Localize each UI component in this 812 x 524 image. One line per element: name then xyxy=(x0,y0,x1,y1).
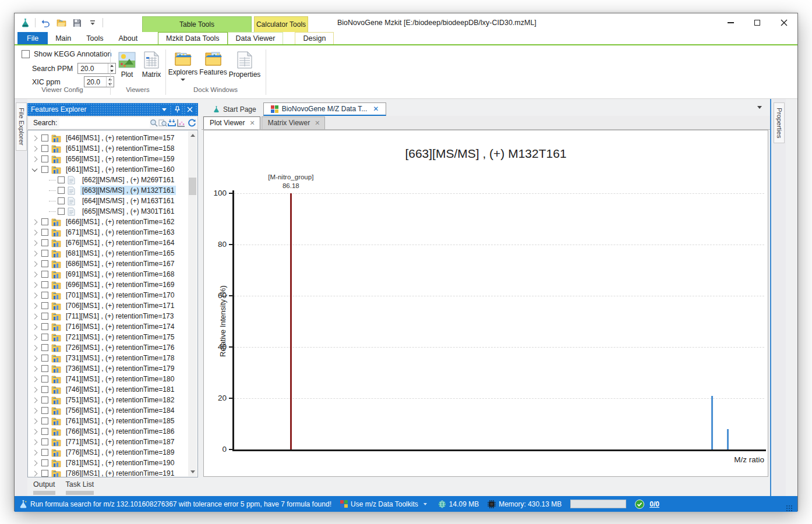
tree-row-checkbox[interactable] xyxy=(58,208,65,215)
expand-chevron-icon[interactable] xyxy=(32,345,38,350)
expand-chevron-icon[interactable] xyxy=(32,429,38,434)
expand-chevron-icon[interactable] xyxy=(32,240,38,246)
expand-chevron-icon[interactable] xyxy=(32,366,38,371)
output-tab[interactable]: Output xyxy=(33,480,55,495)
ribbon-tab[interactable]: Tools xyxy=(79,32,111,44)
tree-row[interactable]: [731][MS1] , (+) retentionTime=178 xyxy=(28,353,197,363)
tree-row-checkbox[interactable] xyxy=(41,396,48,403)
tree-row-checkbox[interactable] xyxy=(41,365,48,372)
toolkits-dropdown[interactable]: Use m/z Data Toolkits xyxy=(351,500,418,508)
expand-chevron-icon[interactable] xyxy=(32,261,38,267)
tree-row-checkbox[interactable] xyxy=(41,271,48,278)
tree-row[interactable]: [761][MS1] , (+) retentionTime=185 xyxy=(28,416,197,426)
expand-chevron-icon[interactable] xyxy=(32,408,38,413)
tree-row[interactable]: [665][MS/MS] , (+) M301T161 xyxy=(28,206,197,217)
tree-row[interactable]: [746][MS1] , (+) retentionTime=181 xyxy=(28,384,197,395)
tab-list-dropdown-icon[interactable] xyxy=(757,106,762,109)
features-button[interactable]: Features xyxy=(197,51,229,76)
tree-row[interactable]: [676][MS1] , (+) retentionTime=164 xyxy=(28,238,197,248)
expand-chevron-icon[interactable] xyxy=(32,166,38,172)
tree-row-checkbox[interactable] xyxy=(41,459,48,466)
tree-row[interactable]: [741][MS1] , (+) retentionTime=180 xyxy=(28,374,197,384)
resize-grip[interactable] xyxy=(786,505,793,512)
tree-row[interactable]: [786][MS1] , (+) retentionTime=191 xyxy=(28,468,197,477)
tree-row-checkbox[interactable] xyxy=(58,187,65,194)
expand-chevron-icon[interactable] xyxy=(32,303,38,309)
tab-plot-viewer[interactable]: Plot Viewer ✕ xyxy=(203,116,260,129)
tree-row-checkbox[interactable] xyxy=(41,134,48,141)
tab-mz-data[interactable]: BioNovoGene M/Z Data T... ✕ xyxy=(263,102,387,116)
tree-row-checkbox[interactable] xyxy=(41,166,48,173)
tree-row-checkbox[interactable] xyxy=(41,355,48,362)
tree-row[interactable]: [756][MS1] , (+) retentionTime=184 xyxy=(28,405,197,416)
customize-toolbar-icon[interactable] xyxy=(87,17,98,29)
tree-row[interactable]: [666][MS1] , (+) retentionTime=162 xyxy=(28,217,197,227)
scroll-down-icon[interactable] xyxy=(188,468,197,476)
tree-row[interactable]: [696][MS1] , (+) retentionTime=169 xyxy=(28,279,197,290)
explorers-button[interactable]: Explorers xyxy=(167,51,199,81)
tree-row-checkbox[interactable] xyxy=(41,218,48,225)
scatter-plot-icon[interactable] xyxy=(176,117,185,129)
task-list-tab[interactable]: Task List xyxy=(66,480,94,495)
search-input[interactable] xyxy=(59,118,150,128)
expand-chevron-icon[interactable] xyxy=(32,250,38,256)
import-filter-icon[interactable] xyxy=(167,117,176,129)
tree-row[interactable]: [701][MS1] , (+) retentionTime=170 xyxy=(28,290,197,300)
tree-row[interactable]: [656][MS1] , (+) retentionTime=159 xyxy=(28,154,197,164)
dropdown-caret-icon[interactable] xyxy=(423,503,427,505)
tree-row-checkbox[interactable] xyxy=(41,281,48,288)
tree-row-checkbox[interactable] xyxy=(58,176,65,183)
ribbon-tab[interactable]: Main xyxy=(48,32,79,44)
tree-row-checkbox[interactable] xyxy=(41,470,48,477)
tree-row-checkbox[interactable] xyxy=(41,334,48,341)
search-scope-icon[interactable] xyxy=(158,117,167,129)
expand-chevron-icon[interactable] xyxy=(32,387,38,392)
expand-chevron-icon[interactable] xyxy=(32,418,38,424)
open-folder-icon[interactable] xyxy=(55,17,67,29)
tree-row[interactable]: [681][MS1] , (+) retentionTime=165 xyxy=(28,248,197,259)
task-counter-link[interactable]: 0/0 xyxy=(649,500,659,508)
close-button[interactable] xyxy=(771,13,797,32)
ribbon-tab[interactable]: Mzkit Data Tools xyxy=(158,32,227,44)
tree-row-checkbox[interactable] xyxy=(41,260,48,267)
expand-chevron-icon[interactable] xyxy=(32,439,38,445)
tree-row[interactable]: [736][MS1] , (+) retentionTime=179 xyxy=(28,363,197,374)
scroll-up-icon[interactable] xyxy=(188,131,197,140)
expand-chevron-icon[interactable] xyxy=(32,282,38,288)
properties-dock-tab[interactable]: Properties xyxy=(774,102,785,143)
tree-row-checkbox[interactable] xyxy=(41,229,48,236)
tree-row-checkbox[interactable] xyxy=(41,417,48,424)
tree-row-checkbox[interactable] xyxy=(41,302,48,309)
expand-chevron-icon[interactable] xyxy=(32,334,38,340)
tree-row[interactable]: [726][MS1] , (+) retentionTime=176 xyxy=(28,342,197,353)
tree-row[interactable]: [716][MS1] , (+) retentionTime=174 xyxy=(28,321,197,332)
tree-row[interactable]: [781][MS1] , (+) retentionTime=190 xyxy=(28,458,197,468)
expand-chevron-icon[interactable] xyxy=(32,219,38,225)
expand-chevron-icon[interactable] xyxy=(32,376,38,382)
expand-chevron-icon[interactable] xyxy=(32,449,38,455)
panel-menu-icon[interactable] xyxy=(160,105,169,114)
ribbon-tab[interactable]: Design xyxy=(295,32,334,44)
tree-row[interactable]: [662][MS/MS] , (+) M269T161 xyxy=(28,175,197,185)
expand-chevron-icon[interactable] xyxy=(32,313,38,319)
minimize-button[interactable] xyxy=(717,13,744,32)
tab-start-page[interactable]: Start Page xyxy=(206,102,263,116)
tree-row-checkbox[interactable] xyxy=(41,155,48,162)
tree-row[interactable]: [651][MS1] , (+) retentionTime=158 xyxy=(28,143,197,154)
tree-row-checkbox[interactable] xyxy=(58,197,65,204)
expand-chevron-icon[interactable] xyxy=(32,271,38,277)
app-flask-icon[interactable] xyxy=(19,17,31,29)
properties-button[interactable]: Properties xyxy=(229,51,260,79)
tree-row[interactable]: [706][MS1] , (+) retentionTime=171 xyxy=(28,300,197,311)
expand-chevron-icon[interactable] xyxy=(32,355,38,361)
tree-row[interactable]: [663][MS/MS] , (+) M132T161 xyxy=(28,185,197,196)
pin-icon[interactable] xyxy=(172,105,182,114)
matrix-button[interactable]: Matrix xyxy=(136,51,167,79)
ribbon-tab[interactable]: About xyxy=(111,32,145,44)
tree-row-checkbox[interactable] xyxy=(41,438,48,445)
show-kegg-annotation-checkbox[interactable] xyxy=(22,50,30,58)
tree-row-checkbox[interactable] xyxy=(41,344,48,351)
tree-row[interactable]: [771][MS1] , (+) retentionTime=187 xyxy=(28,437,197,447)
tree-row[interactable]: [664][MS/MS] , (+) M163T161 xyxy=(28,196,197,206)
expand-chevron-icon[interactable] xyxy=(32,470,38,476)
